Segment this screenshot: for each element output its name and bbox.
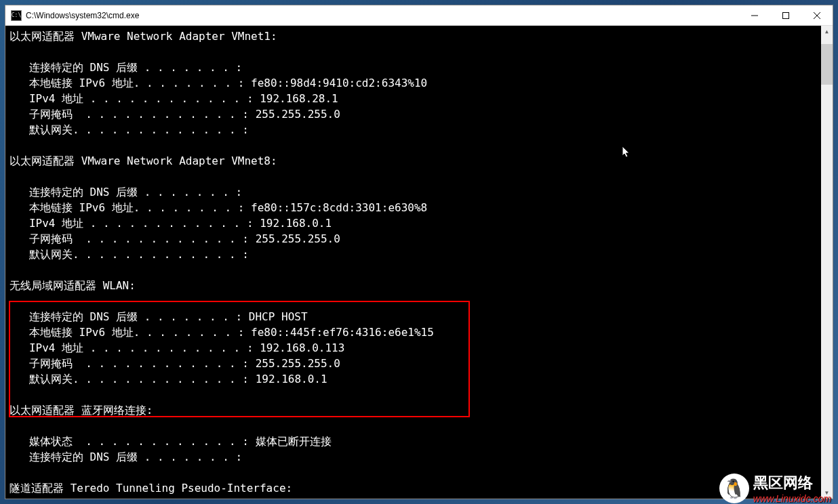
adapter1-gateway: 默认网关. . . . . . . . . . . . . : [9, 123, 249, 136]
adapter1-ipv4-value: 192.168.28.1 [260, 92, 338, 105]
terminal-output[interactable]: 以太网适配器 VMware Network Adapter VMnet1: 连接… [5, 26, 833, 499]
adapter1-mask-label: 子网掩码 . . . . . . . . . . . . : [9, 108, 256, 121]
adapter4-dns-suffix: 连接特定的 DNS 后缀 . . . . . . . : [9, 450, 242, 463]
adapter1-ipv4-label: IPv4 地址 . . . . . . . . . . . . : [9, 92, 260, 105]
adapter1-ipv6-label: 本地链接 IPv6 地址. . . . . . . . : [9, 77, 251, 89]
title-bar[interactable]: C:\ C:\Windows\system32\cmd.exe [5, 5, 833, 26]
adapter3-header: 无线局域网适配器 WLAN: [9, 279, 136, 292]
minimize-button[interactable] [739, 5, 770, 25]
adapter3-mask-value: 255.255.255.0 [256, 357, 340, 370]
adapter3-ipv4-value: 192.168.0.113 [260, 341, 344, 354]
adapter2-ipv4-label: IPv4 地址 . . . . . . . . . . . . : [9, 217, 260, 230]
adapter3-ipv6-label: 本地链接 IPv6 地址. . . . . . . . : [9, 326, 251, 339]
adapter3-dns-label: 连接特定的 DNS 后缀 . . . . . . . : [9, 310, 249, 323]
scroll-track[interactable] [821, 37, 833, 487]
adapter2-ipv4-value: 192.168.0.1 [260, 217, 332, 230]
adapter2-ipv6-label: 本地链接 IPv6 地址. . . . . . . . : [9, 201, 251, 214]
adapter4-media-label: 媒体状态 . . . . . . . . . . . . : [9, 435, 256, 448]
maximize-button[interactable] [770, 5, 801, 25]
adapter1-header: 以太网适配器 VMware Network Adapter VMnet1: [9, 30, 277, 43]
adapter3-dns-value: DHCP HOST [249, 310, 308, 323]
cmd-window: C:\ C:\Windows\system32\cmd.exe 以太网适配器 V… [5, 5, 833, 499]
window-controls [739, 5, 833, 25]
adapter4-media-value: 媒体已断开连接 [256, 435, 332, 448]
adapter2-mask-label: 子网掩码 . . . . . . . . . . . . : [9, 232, 256, 245]
adapter3-ipv4-label: IPv4 地址 . . . . . . . . . . . . : [9, 341, 260, 354]
adapter3-mask-label: 子网掩码 . . . . . . . . . . . . : [9, 357, 256, 370]
close-button[interactable] [801, 5, 833, 25]
cmd-icon: C:\ [11, 10, 22, 21]
adapter1-ipv6-value: fe80::98d4:9410:cd2:6343%10 [251, 77, 427, 89]
adapter2-dns-suffix: 连接特定的 DNS 后缀 . . . . . . . : [9, 186, 242, 198]
window-title: C:\Windows\system32\cmd.exe [26, 11, 739, 20]
adapter3-ipv6-value: fe80::445f:ef76:4316:e6e1%15 [251, 326, 434, 339]
scroll-up-arrow[interactable]: ▲ [821, 26, 833, 37]
adapter1-dns-suffix: 连接特定的 DNS 后缀 . . . . . . . : [9, 61, 242, 74]
svg-rect-1 [783, 12, 789, 18]
vertical-scrollbar[interactable]: ▲ ▼ [821, 26, 833, 499]
scroll-down-arrow[interactable]: ▼ [821, 487, 833, 499]
adapter5-header: 隧道适配器 Teredo Tunneling Pseudo-Interface: [9, 482, 292, 495]
adapter2-mask-value: 255.255.255.0 [256, 232, 340, 245]
scroll-thumb[interactable] [821, 44, 833, 85]
adapter2-gateway: 默认网关. . . . . . . . . . . . . : [9, 248, 249, 261]
adapter2-header: 以太网适配器 VMware Network Adapter VMnet8: [9, 154, 277, 167]
adapter3-gateway-value: 192.168.0.1 [256, 373, 327, 385]
adapter2-ipv6-value: fe80::157c:8cdd:3301:e630%8 [251, 201, 427, 214]
adapter4-header: 以太网适配器 蓝牙网络连接: [9, 404, 153, 417]
adapter1-mask-value: 255.255.255.0 [256, 108, 340, 121]
adapter3-gateway-label: 默认网关. . . . . . . . . . . . . : [9, 373, 256, 385]
